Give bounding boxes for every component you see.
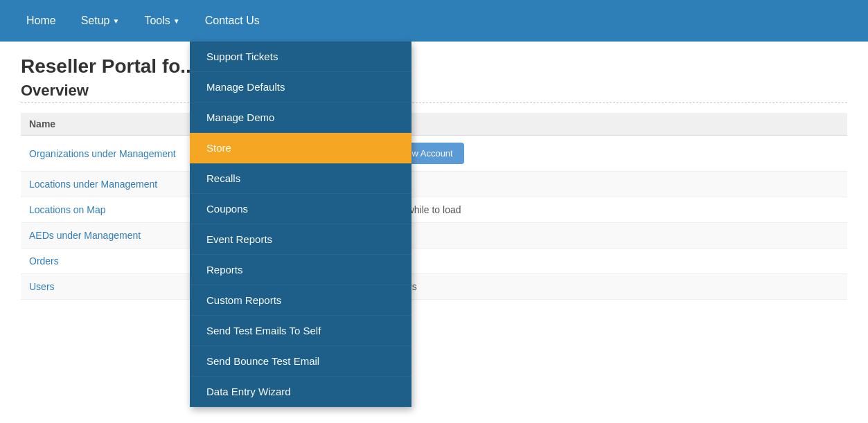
row-link-users[interactable]: Users — [29, 281, 55, 292]
dropdown-item-support-tickets[interactable]: Support Tickets — [190, 42, 411, 72]
table-row: Locations under Management — [21, 172, 847, 197]
dropdown-item-store[interactable]: Store — [190, 133, 411, 163]
row-link-organizations[interactable]: Organizations under Management — [29, 148, 176, 159]
table-row: AEDs under Management — [21, 223, 847, 249]
page-title: Reseller Portal fo... — [21, 55, 847, 78]
row-link-locations-management[interactable]: Locations under Management — [29, 179, 157, 190]
table-row: Orders — [21, 249, 847, 274]
setup-dropdown-arrow: ▼ — [113, 17, 120, 25]
main-content: Reseller Portal fo... Overview Name Coun… — [0, 42, 868, 314]
row-link-orders[interactable]: Orders — [29, 255, 59, 267]
col-header-count: Count — [351, 113, 847, 136]
nav-contact-us[interactable]: Contact Us — [193, 9, 272, 33]
table-row: Organizations under Management Create Ne… — [21, 136, 847, 172]
dropdown-item-event-reports[interactable]: Event Reports — [190, 224, 411, 255]
tools-dropdown-arrow: ▼ — [173, 17, 180, 25]
dropdown-item-recalls[interactable]: Recalls — [190, 163, 411, 194]
section-title: Overview — [21, 82, 847, 103]
nav-setup[interactable]: Setup ▼ — [69, 9, 132, 33]
overview-table: Name Count Organizations under Managemen… — [21, 113, 847, 300]
row-link-locations-map[interactable]: Locations on Map — [29, 204, 106, 215]
dropdown-item-coupons[interactable]: Coupons — [190, 194, 411, 224]
row-link-aeds[interactable]: AEDs under Management — [29, 230, 141, 241]
nav-home[interactable]: Home — [14, 9, 69, 33]
dropdown-item-manage-defaults[interactable]: Manage Defaults — [190, 72, 411, 102]
dropdown-item-manage-demo[interactable]: Manage Demo — [190, 102, 411, 133]
tools-dropdown: Support Tickets Manage Defaults Manage D… — [190, 42, 411, 314]
dropdown-item-custom-reports[interactable]: Custom Reports — [190, 285, 411, 314]
table-row: Locations on Map May take awhile to load — [21, 197, 847, 223]
nav-tools[interactable]: Tools ▼ — [132, 9, 192, 33]
dropdown-item-reports[interactable]: Reports — [190, 255, 411, 285]
table-row: Users Search users — [21, 274, 847, 300]
navbar: Home Setup ▼ Tools ▼ Contact Us — [0, 0, 868, 42]
